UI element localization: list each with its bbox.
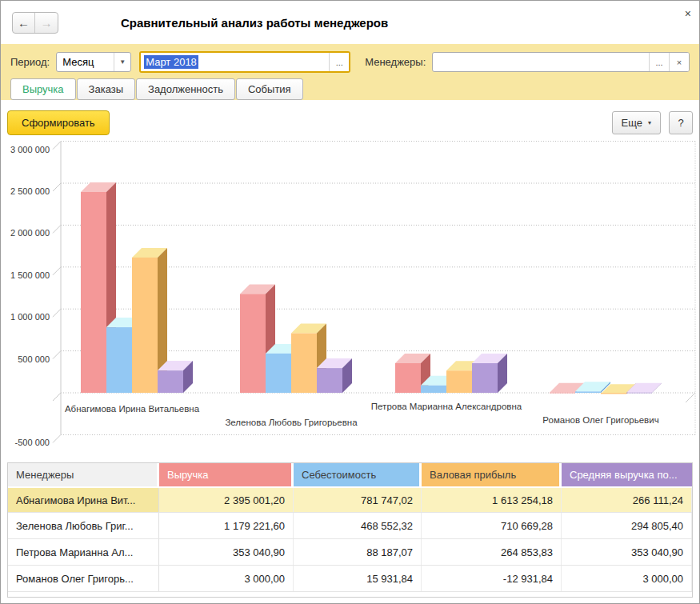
table-cell[interactable]: 353 040,90 <box>159 539 294 565</box>
bar-front-face <box>291 334 317 393</box>
table-cell[interactable]: 1 179 221,60 <box>159 513 294 538</box>
column-header[interactable]: Выручка <box>159 463 291 486</box>
category-label: Романов Олег Григорьевич <box>542 415 658 425</box>
bar-front-face <box>421 386 446 393</box>
chevron-down-icon: ▾ <box>648 119 651 126</box>
table-cell[interactable]: 710 669,28 <box>422 513 562 538</box>
forward-button[interactable]: → <box>35 13 58 33</box>
titlebar: ← → Сравнительный анализ работы менеджер… <box>1 1 699 44</box>
category-label: Петрова Марианна Александровна <box>371 402 522 411</box>
tab-sobytiya[interactable]: События <box>236 78 303 100</box>
table-header-row: МенеджерыВыручкаСебестоимостьВаловая при… <box>8 463 692 486</box>
bar-chart: -500 000500 0001 000 0001 500 0002 000 0… <box>1 139 699 461</box>
more-button[interactable]: Еще ▾ <box>612 111 661 134</box>
table-body: Абнагимова Ирина Вит...2 395 001,20781 7… <box>8 486 692 592</box>
managers-field[interactable] <box>433 53 649 71</box>
bar-front-face <box>81 192 106 393</box>
table-cell[interactable]: 3 000,00 <box>562 566 692 591</box>
close-icon[interactable]: × <box>685 7 691 20</box>
bar-front-face <box>575 391 601 393</box>
table-footer <box>8 592 692 597</box>
period-type-value: Месяц <box>57 53 114 71</box>
bar-front-face <box>266 354 291 393</box>
bar-front-face <box>446 370 472 393</box>
svg-text:1 000 000: 1 000 000 <box>10 312 50 322</box>
period-label: Период: <box>10 56 50 68</box>
managers-clear-button[interactable]: × <box>669 53 689 71</box>
parameters-band: Период: Месяц ▼ Март 2018 ... Менеджеры:… <box>1 44 699 100</box>
table-cell[interactable]: 2 395 001,20 <box>159 488 294 512</box>
chevron-down-icon[interactable]: ▼ <box>114 53 130 71</box>
generate-button[interactable]: Сформировать <box>7 110 110 135</box>
table-cell[interactable]: 468 552,32 <box>294 513 422 538</box>
tab-zakazy[interactable]: Заказы <box>77 78 135 100</box>
table-row[interactable]: Петрова Марианна Ал...353 040,9088 187,0… <box>8 539 692 566</box>
bar-front-face <box>395 363 421 393</box>
back-button[interactable]: ← <box>13 13 35 33</box>
column-header[interactable]: Себестоимость <box>294 463 419 486</box>
table-row[interactable]: Абнагимова Ирина Вит...2 395 001,20781 7… <box>8 486 692 513</box>
report-tabs: Выручка Заказы Задолженность События <box>10 78 690 100</box>
table-cell[interactable]: 781 747,02 <box>294 488 422 512</box>
bar-front-face <box>240 294 266 393</box>
more-button-label: Еще <box>622 117 642 129</box>
nav-buttons: ← → <box>12 12 58 34</box>
bar-front-face <box>472 363 498 393</box>
bar-front-face <box>550 393 575 394</box>
action-row: Сформировать Еще ▾ ? <box>1 100 699 139</box>
table-cell[interactable]: Романов Олег Григорь... <box>8 566 159 591</box>
table-cell[interactable]: 294 805,40 <box>562 513 692 538</box>
managers-picker-button[interactable]: ... <box>649 53 669 71</box>
svg-text:3 000 000: 3 000 000 <box>10 145 50 154</box>
period-value-selected: Март 2018 <box>144 55 198 69</box>
back-arrow-icon: ← <box>18 16 30 30</box>
table-cell[interactable]: 264 853,83 <box>422 539 562 565</box>
period-picker-button[interactable]: ... <box>329 53 349 71</box>
table-cell[interactable]: 353 040,90 <box>562 539 692 565</box>
column-header[interactable]: Менеджеры <box>8 463 157 486</box>
table-cell[interactable]: -12 931,84 <box>422 566 562 591</box>
table-row[interactable]: Романов Олег Григорь...3 000,0015 931,84… <box>8 566 692 592</box>
bar-front-face <box>106 327 132 393</box>
svg-text:1 500 000: 1 500 000 <box>10 270 50 280</box>
category-label: Абнагимова Ирина Витальевна <box>65 404 200 414</box>
column-header[interactable]: Валовая прибыль <box>422 463 559 486</box>
bar-front-face <box>158 370 183 393</box>
category-label: Зеленова Любовь Григорьевна <box>225 418 358 427</box>
forward-arrow-icon: → <box>41 16 53 30</box>
svg-text:-500 000: -500 000 <box>15 438 50 447</box>
svg-text:2 000 000: 2 000 000 <box>10 228 50 238</box>
table-cell[interactable]: 15 931,84 <box>294 566 422 591</box>
table-cell[interactable]: 1 613 254,18 <box>422 488 562 512</box>
table-cell[interactable]: 266 111,24 <box>562 488 692 512</box>
bar-chart-canvas: -500 000500 0001 000 0001 500 0002 000 0… <box>1 139 700 461</box>
table-cell[interactable]: Петрова Марианна Ал... <box>8 539 159 565</box>
period-input-empty-area[interactable] <box>198 53 329 71</box>
table-row[interactable]: Зеленова Любовь Григ...1 179 221,60468 5… <box>8 513 692 539</box>
help-button[interactable]: ? <box>669 111 693 134</box>
period-input[interactable]: Март 2018 ... <box>139 51 350 73</box>
bar-front-face <box>601 393 626 394</box>
tab-zadolzhennost[interactable]: Задолженность <box>136 78 235 100</box>
period-row: Период: Месяц ▼ Март 2018 ... Менеджеры:… <box>10 51 690 73</box>
bar-front-face <box>626 393 652 394</box>
column-header[interactable]: Средняя выручка по... <box>562 463 692 486</box>
report-window: ← → Сравнительный анализ работы менеджер… <box>0 0 700 604</box>
table-cell[interactable]: Зеленова Любовь Григ... <box>8 513 159 538</box>
managers-input[interactable]: ... × <box>432 52 690 72</box>
results-table: МенеджерыВыручкаСебестоимостьВаловая при… <box>7 462 693 598</box>
table-cell[interactable]: Абнагимова Ирина Вит... <box>8 488 159 512</box>
period-type-select[interactable]: Месяц ▼ <box>56 52 131 72</box>
svg-text:2 500 000: 2 500 000 <box>10 186 50 196</box>
bar-front-face <box>132 258 158 393</box>
bar-front-face <box>317 368 342 393</box>
page-title: Сравнительный анализ работы менеджеров <box>121 16 388 30</box>
svg-text:500 000: 500 000 <box>18 354 50 364</box>
managers-label: Менеджеры: <box>365 56 426 68</box>
table-cell[interactable]: 3 000,00 <box>159 566 294 591</box>
tab-vyruchka[interactable]: Выручка <box>10 78 76 100</box>
table-cell[interactable]: 88 187,07 <box>294 539 422 565</box>
